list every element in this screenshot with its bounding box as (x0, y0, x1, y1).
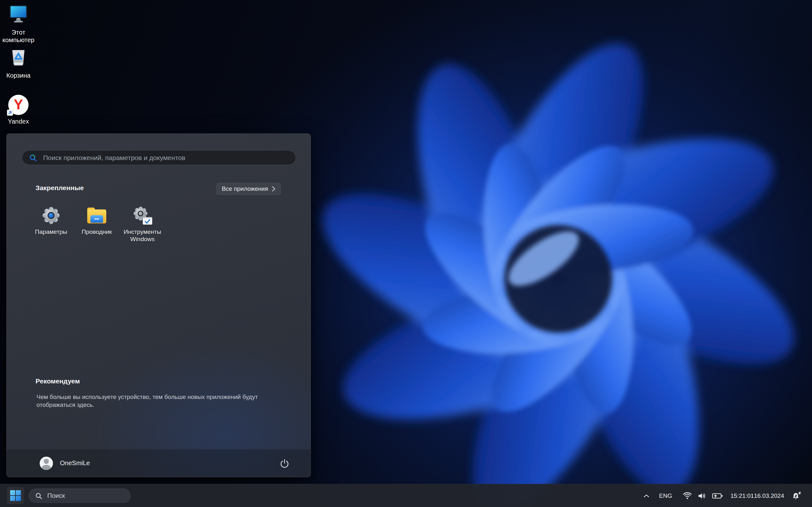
taskbar: ENG 1 (0, 484, 812, 507)
desktop-icon-label: Yandex (8, 118, 29, 125)
windows-logo-icon (10, 490, 21, 501)
yandex-browser-icon: Y (8, 93, 29, 115)
taskbar-search (29, 489, 131, 503)
app-label: Параметры (35, 228, 67, 235)
desktop-icon-this-pc[interactable]: Этот компьютер (0, 4, 37, 44)
chevron-up-icon (643, 494, 650, 498)
desktop-icon-recycle-bin[interactable]: Корзина (0, 47, 37, 79)
tray-overflow-button[interactable] (641, 488, 652, 504)
tray-date: 16.03.2024 (754, 492, 784, 499)
start-menu-search-input[interactable] (22, 151, 296, 165)
start-menu-search (22, 150, 296, 165)
language-indicator[interactable]: ENG (655, 488, 676, 504)
desktop-icon-yandex[interactable]: Y Yandex (0, 93, 37, 125)
user-name: OneSmiLe (60, 459, 90, 467)
taskbar-search-input[interactable] (29, 489, 131, 503)
desktop-icon-label: Корзина (6, 72, 31, 79)
app-tile-windows-tools[interactable]: Инструменты Windows (119, 204, 165, 243)
pinned-section-title: Закрепленные (36, 184, 84, 192)
battery-charging-icon (712, 493, 723, 499)
app-tile-explorer[interactable]: Проводник (74, 204, 119, 243)
chevron-right-icon (272, 186, 275, 192)
recommended-section-title: Рекомендуем (36, 377, 80, 385)
shortcut-arrow-icon (7, 110, 13, 116)
app-tile-settings[interactable]: Параметры (28, 204, 74, 243)
start-button[interactable] (7, 487, 24, 504)
pinned-apps-row: Параметры Проводник (28, 204, 165, 243)
desktop-icon-label: Этот компьютер (0, 29, 37, 44)
windows-tools-icon (133, 206, 152, 225)
yandex-y-letter: Y (14, 98, 23, 112)
this-pc-icon (8, 4, 29, 26)
power-icon (280, 458, 290, 468)
recycle-bin-icon (8, 47, 29, 69)
start-menu-panel: Закрепленные Все приложения Параметры (6, 133, 311, 477)
wifi-icon (682, 492, 693, 500)
power-button[interactable] (277, 456, 292, 471)
notification-center-button[interactable] (789, 488, 804, 504)
user-profile-button[interactable]: OneSmiLe (37, 454, 95, 472)
settings-gear-icon (42, 206, 60, 225)
file-explorer-folder-icon (87, 206, 106, 225)
checkmark-card-icon (143, 217, 152, 225)
user-avatar (40, 457, 53, 470)
start-menu-footer: OneSmiLe (7, 449, 310, 477)
tray-time: 15:21:01 (730, 492, 754, 499)
app-label: Проводник (82, 228, 112, 235)
clock[interactable]: 15:21:01 16.03.2024 (729, 488, 785, 504)
system-tray: ENG 1 (641, 484, 812, 507)
app-label: Инструменты Windows (119, 228, 165, 243)
quick-settings-button[interactable] (679, 488, 726, 504)
all-apps-label: Все приложения (222, 185, 268, 192)
recommended-empty-text: Чем больше вы используете устройство, те… (37, 393, 281, 409)
do-not-disturb-bell-icon (791, 491, 802, 501)
volume-icon (698, 492, 707, 500)
desktop: Этот компьютер Корзина Y (0, 0, 812, 507)
all-apps-button[interactable]: Все приложения (216, 183, 281, 195)
